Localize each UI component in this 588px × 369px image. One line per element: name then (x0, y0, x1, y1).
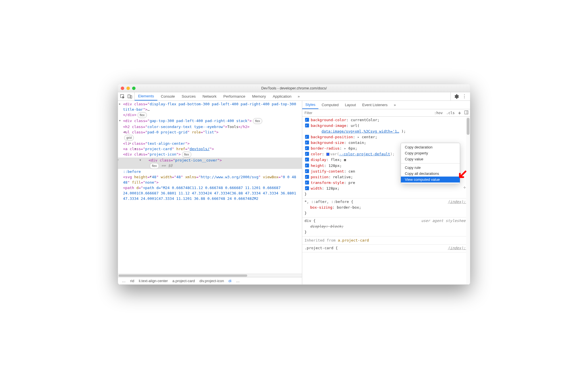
tab-styles[interactable]: Styles (302, 101, 318, 109)
panel-tabs: Elements Console Sources Network Perform… (135, 92, 450, 100)
checkbox-icon[interactable] (305, 169, 309, 173)
sidebar-tabs: Styles Computed Layout Event Listeners » (302, 101, 470, 109)
styles-panel: Styles Computed Layout Event Listeners »… (302, 101, 470, 284)
checkbox-icon[interactable] (305, 186, 309, 190)
tab-computed[interactable]: Computed (318, 101, 342, 109)
crumb-item[interactable]: li.text-align-center (136, 279, 170, 283)
main-toolbar: Elements Console Sources Network Perform… (118, 92, 470, 101)
breadcrumb: … rid li.text-align-center a.project-car… (118, 277, 302, 284)
menu-copy-value[interactable]: Copy value (401, 156, 460, 162)
svg-rect-1 (128, 95, 130, 98)
flex-badge[interactable]: flex (182, 152, 191, 158)
add-declaration-icon[interactable]: + (463, 185, 466, 191)
checkbox-icon[interactable] (305, 158, 309, 162)
tab-memory[interactable]: Memory (249, 92, 269, 100)
styles-list[interactable]: background-color: currentColor; backgrou… (302, 117, 470, 284)
menu-copy-rule[interactable]: Copy rule (401, 165, 460, 171)
tab-application[interactable]: Application (269, 92, 295, 100)
checkbox-icon[interactable] (305, 146, 309, 150)
css-rule: div {user agent stylesheet display: bloc… (302, 217, 470, 236)
tab-performance[interactable]: Performance (220, 92, 249, 100)
dom-tree[interactable]: ▶<div class="display-flex pad-bottom-300… (118, 101, 302, 274)
new-rule-button[interactable]: + (456, 110, 463, 116)
tabs-overflow[interactable]: » (391, 101, 399, 109)
checkbox-icon[interactable] (305, 135, 309, 139)
crumb-item[interactable]: div.project-icon (197, 279, 226, 283)
context-menu: Copy declaration Copy property Copy valu… (401, 143, 460, 184)
styles-filter-bar: :hov .cls + (302, 109, 470, 117)
main-content: ▶<div class="display-flex pad-bottom-300… (118, 101, 470, 285)
crumb-item[interactable]: di (226, 279, 234, 283)
checkbox-icon[interactable] (305, 123, 309, 127)
crumb-more[interactable]: … (234, 279, 242, 283)
gear-icon[interactable] (454, 94, 459, 99)
checkbox-icon[interactable] (305, 175, 309, 179)
svg-rect-3 (465, 111, 468, 114)
menu-copy-all-declarations[interactable]: Copy all declarations (401, 171, 460, 177)
tab-console[interactable]: Console (157, 92, 178, 100)
tabs-overflow[interactable]: » (295, 94, 303, 98)
css-rule: .project-card {(index):1 (302, 245, 470, 252)
window-title: DevTools - developer.chrome.com/docs/ (118, 86, 470, 90)
crumb-more[interactable]: … (120, 279, 128, 283)
tab-elements[interactable]: Elements (135, 92, 157, 100)
selected-node: •••▼<div class="project-icon__cover"> (118, 158, 302, 163)
menu-copy-declaration[interactable]: Copy declaration (401, 144, 460, 150)
elements-panel: ▶<div class="display-flex pad-bottom-300… (118, 101, 302, 284)
grid-badge[interactable]: grid (124, 135, 134, 141)
checkbox-icon[interactable] (305, 141, 309, 144)
horizontal-scrollbar[interactable] (118, 274, 302, 277)
checkbox-icon[interactable] (305, 181, 309, 184)
flex-badge[interactable]: flex (138, 112, 147, 118)
checkbox-icon[interactable] (305, 163, 309, 167)
cls-button[interactable]: .cls (445, 111, 456, 115)
menu-view-computed-value[interactable]: View computed value (401, 177, 460, 183)
flex-badge[interactable]: flex (150, 163, 159, 169)
toggle-sidebar-icon[interactable] (463, 110, 470, 115)
vertical-scrollbar[interactable] (466, 117, 470, 284)
annotation-arrow-icon (458, 170, 467, 182)
menu-copy-property[interactable]: Copy property (401, 150, 460, 156)
tab-layout[interactable]: Layout (342, 101, 359, 109)
tab-network[interactable]: Network (199, 92, 220, 100)
checkbox-icon[interactable] (305, 118, 309, 122)
inherited-from: Inherited from a.project-card (302, 236, 470, 245)
color-swatch[interactable] (326, 153, 329, 156)
titlebar: DevTools - developer.chrome.com/docs/ (118, 84, 470, 92)
devtools-window: DevTools - developer.chrome.com/docs/ El… (118, 84, 470, 285)
kebab-icon[interactable]: ⋮ (462, 94, 467, 99)
inspect-icon[interactable] (120, 94, 125, 99)
svg-rect-2 (130, 96, 132, 98)
filter-input[interactable] (302, 111, 433, 115)
tab-event-listeners[interactable]: Event Listeners (359, 101, 391, 109)
css-rule: *, ::after, ::before {(index):1 box-sizi… (302, 198, 470, 217)
tab-sources[interactable]: Sources (178, 92, 199, 100)
flex-badge[interactable]: flex (253, 118, 262, 124)
device-icon[interactable] (128, 94, 132, 99)
hov-button[interactable]: :hov (433, 111, 445, 115)
flex-icon[interactable]: ▦ (344, 158, 346, 162)
checkbox-icon[interactable] (305, 152, 309, 156)
crumb-item[interactable]: a.project-card (170, 279, 197, 283)
crumb-item[interactable]: rid (128, 279, 136, 283)
